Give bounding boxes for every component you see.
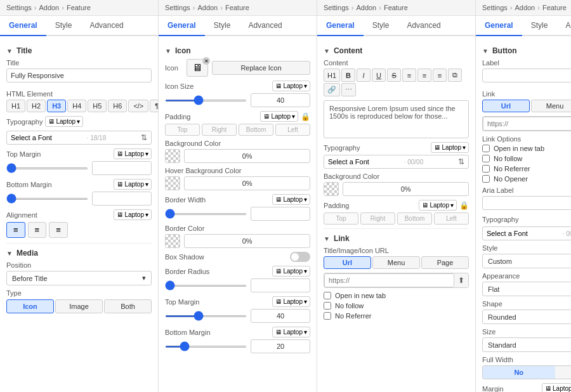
tab-advanced-1[interactable]: Advanced xyxy=(81,16,132,36)
border-width-value[interactable] xyxy=(251,207,310,221)
align-center-button[interactable]: ≡ xyxy=(28,222,47,238)
link-tab-menu-3[interactable]: Menu xyxy=(372,256,420,269)
paragraph-button[interactable]: ¶ xyxy=(150,100,158,112)
toolbar-italic[interactable]: I xyxy=(357,69,371,82)
toolbar-more[interactable]: ⋯ xyxy=(341,83,356,96)
h1-button[interactable]: H1 xyxy=(6,100,25,112)
border-radius-slider[interactable] xyxy=(165,285,247,287)
align-right-button[interactable]: ≡ xyxy=(49,222,68,238)
tab-style-3[interactable]: Style xyxy=(364,16,398,36)
padding-right-input[interactable]: Right xyxy=(202,124,237,136)
content-padding-device[interactable]: 🖥 Laptop ▾ xyxy=(419,200,457,211)
toolbar-align-right[interactable]: ≡ xyxy=(433,69,447,82)
fw-no-button[interactable]: No xyxy=(483,366,555,379)
tab-general-1[interactable]: General xyxy=(0,16,46,36)
icon-close-button[interactable]: ✕ xyxy=(202,57,210,65)
tab-style-4[interactable]: Style xyxy=(522,16,557,36)
open-new-tab-checkbox-3[interactable] xyxy=(324,292,331,299)
tab-general-3[interactable]: General xyxy=(317,16,364,36)
tab-general-4[interactable]: General xyxy=(476,16,522,36)
url-input-3[interactable] xyxy=(324,273,454,287)
bottom-margin-slider[interactable] xyxy=(6,198,88,200)
toolbar-strike[interactable]: S xyxy=(387,69,401,82)
media-section-header[interactable]: ▼ Media xyxy=(6,249,152,258)
title-input[interactable] xyxy=(6,69,152,82)
top-margin-icon-value[interactable]: 40 xyxy=(251,309,310,323)
label-input[interactable] xyxy=(482,69,571,82)
bg-color-swatch[interactable] xyxy=(165,149,180,163)
no-referrer-checkbox-4[interactable] xyxy=(482,165,490,173)
link-tab-url-3[interactable]: Url xyxy=(324,256,371,269)
toolbar-h1[interactable]: H1 xyxy=(324,69,340,82)
content-typography-device[interactable]: 🖥 Laptop ▾ xyxy=(431,142,469,153)
padding-bottom-input[interactable]: Bottom xyxy=(239,124,273,136)
size-dropdown[interactable]: Standard ▾ xyxy=(482,337,571,352)
box-shadow-toggle[interactable] xyxy=(290,252,310,262)
hover-bg-swatch[interactable] xyxy=(165,176,180,190)
toolbar-align-center[interactable]: ≡ xyxy=(417,69,431,82)
no-follow-checkbox-4[interactable] xyxy=(482,155,490,162)
bottom-margin-icon-device[interactable]: 🖥 Laptop ▾ xyxy=(272,327,310,337)
type-both-button[interactable]: Both xyxy=(104,299,152,313)
top-margin-icon-device[interactable]: 🖥 Laptop ▾ xyxy=(272,296,310,307)
tab-advanced-4[interactable]: Advanced xyxy=(556,16,571,36)
toolbar-bold[interactable]: B xyxy=(341,69,355,82)
content-text-area[interactable]: Responsive Lorem Ipsum used since the 15… xyxy=(324,100,469,138)
link-section-header[interactable]: ▼ Link xyxy=(324,234,469,243)
btn-font-select[interactable]: Select a Font · 00/00 ⇅ xyxy=(482,226,571,240)
open-new-tab-checkbox-4[interactable] xyxy=(482,145,490,152)
tab-general-2[interactable]: General xyxy=(159,16,205,36)
padding-left-input[interactable]: Left xyxy=(275,124,310,136)
icon-size-device[interactable]: 🖥 Laptop ▾ xyxy=(272,81,310,91)
padding-top-input[interactable]: Top xyxy=(165,124,200,136)
style-dropdown[interactable]: Custom ▾ xyxy=(482,254,571,268)
border-color-pct[interactable] xyxy=(184,234,310,248)
cp-bottom[interactable]: Bottom xyxy=(397,212,432,225)
cp-left[interactable]: Left xyxy=(434,212,469,225)
content-bg-pct[interactable] xyxy=(343,182,469,196)
toolbar-underline[interactable]: U xyxy=(372,69,386,82)
bottom-margin-value[interactable] xyxy=(92,192,152,206)
title-section-header[interactable]: ▼ Title xyxy=(6,46,152,55)
tab-style-2[interactable]: Style xyxy=(205,16,240,36)
hover-bg-pct[interactable] xyxy=(184,176,310,190)
toolbar-align-left[interactable]: ≡ xyxy=(402,69,416,82)
border-width-device[interactable]: 🖥 Laptop ▾ xyxy=(272,194,310,205)
icon-preview[interactable]: 🖥 ✕ xyxy=(187,59,208,77)
bottom-margin-device-select[interactable]: 🖥 Laptop ▾ xyxy=(114,179,152,190)
url-input-4[interactable] xyxy=(483,117,571,131)
content-font-select[interactable]: Select a Font · 00/00 ⇅ xyxy=(324,155,469,169)
top-margin-device-select[interactable]: 🖥 Laptop ▾ xyxy=(114,148,152,159)
button-section-header[interactable]: ▼ Button xyxy=(482,46,571,55)
h4-button[interactable]: H4 xyxy=(67,100,86,112)
h2-button[interactable]: H2 xyxy=(27,100,46,112)
code-button[interactable]: </> xyxy=(128,100,148,112)
alignment-device-select[interactable]: 🖥 Laptop ▾ xyxy=(114,209,152,220)
lock-icon[interactable]: 🔒 xyxy=(301,112,310,121)
tab-advanced-3[interactable]: Advanced xyxy=(398,16,449,36)
top-margin-value[interactable] xyxy=(92,161,152,175)
tab-advanced-2[interactable]: Advanced xyxy=(239,16,291,36)
tab-style-1[interactable]: Style xyxy=(46,16,81,36)
fw-yes-button[interactable]: Yes xyxy=(555,366,572,379)
border-radius-device[interactable]: 🖥 Laptop ▾ xyxy=(272,266,310,277)
appearance-dropdown[interactable]: Flat ▾ xyxy=(482,282,571,296)
border-radius-value[interactable] xyxy=(251,278,310,292)
toolbar-link[interactable]: 🔗 xyxy=(324,83,340,96)
border-color-swatch[interactable] xyxy=(165,234,180,248)
margin-btn-device[interactable]: 🖥 Laptop ▾ xyxy=(542,383,571,392)
h5-button[interactable]: H5 xyxy=(88,100,107,112)
cp-top[interactable]: Top xyxy=(324,212,358,225)
padding-device[interactable]: 🖥 Laptop ▾ xyxy=(260,111,298,122)
top-margin-slider[interactable] xyxy=(6,167,88,169)
type-icon-button[interactable]: Icon xyxy=(6,299,54,313)
content-bg-swatch[interactable] xyxy=(324,182,339,196)
link-tab-url-4[interactable]: Url xyxy=(482,100,530,112)
icon-size-value[interactable]: 40 xyxy=(251,93,310,107)
bg-color-pct[interactable] xyxy=(184,149,310,163)
no-opener-checkbox-4[interactable] xyxy=(482,175,490,183)
icon-section-header[interactable]: ▼ Icon xyxy=(165,46,310,55)
border-width-slider[interactable] xyxy=(165,213,247,215)
replace-icon-button[interactable]: Replace Icon xyxy=(212,61,310,75)
link-tab-page-3[interactable]: Page xyxy=(421,256,469,269)
